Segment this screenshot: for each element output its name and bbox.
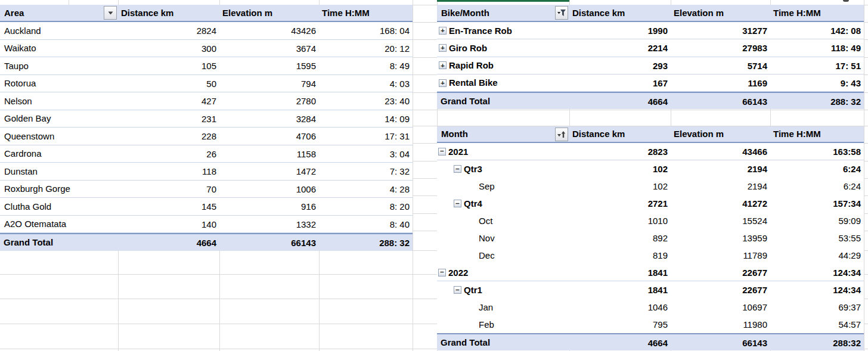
value-cell: 11980 <box>671 316 770 333</box>
value-cell: 26 <box>118 145 219 163</box>
value-cell: 1046 <box>569 299 671 316</box>
value-cell: 3284 <box>219 110 319 128</box>
value-cell: 2823 <box>569 143 671 160</box>
value-cell: 66143 <box>219 234 319 251</box>
row-label-cell: −2021 <box>437 143 569 160</box>
value-cell: 795 <box>569 316 671 333</box>
value-cell: 145 <box>118 198 219 215</box>
pivot-table-bike-month: Bike/MonthDistance kmElevation mTime H:M… <box>437 5 864 109</box>
grand-total-row: Grand Total466466143288: 32 <box>0 233 413 251</box>
row-label-cell: Clutha Gold <box>0 198 118 215</box>
value-cell: 1595 <box>219 57 319 74</box>
row-label-cell: +Rapid Rob <box>437 57 569 74</box>
column-header-label: Bike/Month <box>441 5 489 21</box>
column-header[interactable]: Elevation m <box>671 126 770 142</box>
bike-filter-funnel-button[interactable] <box>555 6 568 20</box>
month-sort-dropdown-button[interactable] <box>555 128 568 141</box>
row-label: Dec <box>479 247 495 264</box>
collapse-toggle-icon[interactable]: − <box>438 148 446 156</box>
table-row: Roxburgh Gorge7010064: 28 <box>0 181 413 198</box>
table-row: +Rental Bike16711699: 43 <box>437 74 864 92</box>
column-header[interactable]: Distance km <box>569 126 671 142</box>
column-header[interactable]: Elevation m <box>219 5 319 21</box>
row-label: Cardrona <box>4 145 42 163</box>
table-row: +Giro Rob221427983118: 49 <box>437 39 864 57</box>
column-header[interactable]: Elevation m <box>671 5 770 21</box>
grand-total-label-cell: Grand Total <box>0 234 118 251</box>
value-cell: 102 <box>569 160 671 178</box>
value-cell: 10697 <box>671 299 770 316</box>
table-row: Golden Bay231328414: 09 <box>0 110 413 128</box>
column-header[interactable]: Area <box>0 5 118 21</box>
value-cell: 50 <box>118 75 219 92</box>
column-header-label: Elevation m <box>674 129 724 139</box>
table-row: Oct10101552459:09 <box>437 212 864 229</box>
collapse-toggle-icon[interactable]: − <box>454 200 461 207</box>
value-cell: 105 <box>118 57 219 74</box>
table-row: Waikato300367420: 12 <box>0 40 413 58</box>
cropped-cell-artifact <box>843 0 849 2</box>
row-label: Dunstan <box>4 163 38 180</box>
value-cell: 2214 <box>569 39 671 56</box>
value-cell: 4664 <box>569 93 671 109</box>
value-cell: 794 <box>219 75 319 92</box>
pivot-table-area: AreaDistance kmElevation mTime H:MMAuckl… <box>0 5 413 251</box>
column-header[interactable]: Time H:MM <box>770 5 864 21</box>
value-cell: 31277 <box>671 22 770 39</box>
row-label: Jan <box>479 299 493 316</box>
value-cell: 300 <box>118 40 219 57</box>
table-row: Dunstan11814727: 32 <box>0 163 413 181</box>
row-label-cell: A2O Otematata <box>0 216 118 233</box>
value-cell: 70 <box>118 181 219 198</box>
table-row: Feb7951198054:57 <box>437 316 864 333</box>
value-cell: 124:34 <box>770 264 864 281</box>
area-filter-dropdown-button[interactable] <box>104 6 117 20</box>
column-header[interactable]: Month <box>437 126 569 142</box>
value-cell: 819 <box>569 247 671 264</box>
collapse-toggle-icon[interactable]: − <box>454 165 461 173</box>
pivot-header-row: Bike/MonthDistance kmElevation mTime H:M… <box>437 5 864 22</box>
row-label: Qtr4 <box>464 195 482 212</box>
column-header[interactable]: Distance km <box>118 5 219 21</box>
table-row: Clutha Gold1459168: 20 <box>0 198 413 216</box>
value-cell: 1472 <box>219 163 319 180</box>
expand-toggle-icon[interactable]: + <box>439 79 447 87</box>
column-header-label: Time H:MM <box>322 8 370 18</box>
column-header[interactable]: Distance km <box>569 5 671 21</box>
row-label: Grand Total <box>441 334 490 350</box>
value-cell: 8: 49 <box>319 57 413 74</box>
row-label: Giro Rob <box>449 39 487 56</box>
row-label-cell: −Qtr4 <box>437 195 569 212</box>
row-label: Golden Bay <box>4 110 51 128</box>
value-cell: 2721 <box>569 195 671 212</box>
expand-toggle-icon[interactable]: + <box>439 44 447 52</box>
column-header[interactable]: Bike/Month <box>437 5 569 21</box>
active-cell-green-border <box>437 0 569 2</box>
column-header-label: Time H:MM <box>773 129 821 139</box>
value-cell: 20: 12 <box>319 40 413 57</box>
row-label: Auckland <box>4 22 41 39</box>
row-label-cell: Queenstown <box>0 128 118 145</box>
row-label: Roxburgh Gorge <box>4 181 70 198</box>
column-header[interactable]: Time H:MM <box>770 126 864 142</box>
pivot-header-row: AreaDistance kmElevation mTime H:MM <box>0 5 413 22</box>
row-label-cell: −2022 <box>437 264 569 281</box>
collapse-toggle-icon[interactable]: − <box>438 269 446 277</box>
value-cell: 22677 <box>671 264 770 281</box>
table-row: −Qtr1184122677124:34 <box>437 281 864 299</box>
value-cell: 14: 09 <box>319 110 413 128</box>
value-cell: 1990 <box>569 22 671 39</box>
value-cell: 6:24 <box>770 178 864 195</box>
value-cell: 1332 <box>219 216 319 233</box>
column-header[interactable]: Time H:MM <box>319 5 413 21</box>
expand-toggle-icon[interactable]: + <box>439 27 447 35</box>
collapse-toggle-icon[interactable]: − <box>454 286 461 294</box>
table-row: A2O Otematata14013328: 40 <box>0 216 413 234</box>
value-cell: 44:29 <box>770 247 864 264</box>
value-cell: 4: 28 <box>319 181 413 198</box>
table-row: +Rapid Rob293571417: 51 <box>437 57 864 74</box>
expand-toggle-icon[interactable]: + <box>439 61 447 69</box>
value-cell: 66143 <box>671 334 770 350</box>
value-cell: 4706 <box>219 128 319 145</box>
value-cell: 288: 32 <box>319 234 413 251</box>
